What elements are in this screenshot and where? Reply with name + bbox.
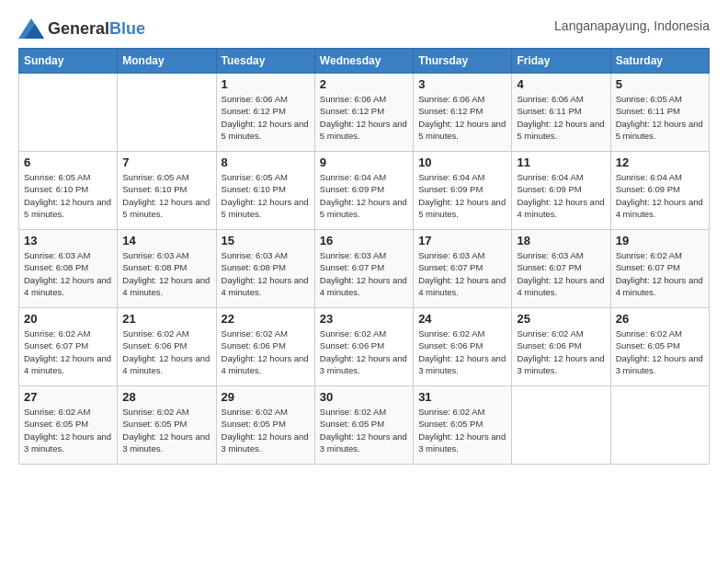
calendar-cell: 20Sunrise: 6:02 AM Sunset: 6:07 PM Dayli… (19, 308, 118, 386)
day-info: Sunrise: 6:02 AM Sunset: 6:05 PM Dayligh… (122, 406, 210, 454)
calendar-cell: 8Sunrise: 6:05 AM Sunset: 6:10 PM Daylig… (216, 152, 314, 230)
day-number: 7 (122, 155, 210, 169)
calendar-cell: 14Sunrise: 6:03 AM Sunset: 6:08 PM Dayli… (118, 230, 216, 308)
calendar-cell: 4Sunrise: 6:06 AM Sunset: 6:11 PM Daylig… (512, 74, 610, 152)
calendar-table: Sunday Monday Tuesday Wednesday Thursday… (18, 48, 710, 465)
day-info: Sunrise: 6:02 AM Sunset: 6:06 PM Dayligh… (222, 327, 310, 376)
calendar-cell (19, 74, 118, 152)
day-number: 3 (418, 77, 506, 91)
day-info: Sunrise: 6:02 AM Sunset: 6:06 PM Dayligh… (418, 327, 506, 376)
calendar-cell: 22Sunrise: 6:02 AM Sunset: 6:06 PM Dayli… (216, 308, 314, 386)
day-info: Sunrise: 6:05 AM Sunset: 6:10 PM Dayligh… (122, 171, 210, 220)
day-info: Sunrise: 6:04 AM Sunset: 6:09 PM Dayligh… (320, 171, 408, 220)
day-info: Sunrise: 6:05 AM Sunset: 6:10 PM Dayligh… (24, 171, 112, 220)
day-number: 30 (320, 390, 408, 404)
day-number: 22 (222, 312, 310, 326)
day-info: Sunrise: 6:02 AM Sunset: 6:06 PM Dayligh… (517, 327, 605, 376)
calendar-cell: 24Sunrise: 6:02 AM Sunset: 6:06 PM Dayli… (414, 308, 512, 386)
day-info: Sunrise: 6:02 AM Sunset: 6:06 PM Dayligh… (320, 327, 408, 376)
day-info: Sunrise: 6:05 AM Sunset: 6:10 PM Dayligh… (222, 171, 310, 220)
day-number: 2 (320, 77, 408, 91)
day-info: Sunrise: 6:03 AM Sunset: 6:08 PM Dayligh… (24, 249, 112, 298)
calendar-cell: 30Sunrise: 6:02 AM Sunset: 6:05 PM Dayli… (314, 386, 413, 465)
day-info: Sunrise: 6:03 AM Sunset: 6:08 PM Dayligh… (222, 249, 310, 298)
day-number: 12 (616, 155, 704, 169)
col-thursday: Thursday (414, 49, 512, 74)
calendar-cell: 27Sunrise: 6:02 AM Sunset: 6:05 PM Dayli… (19, 386, 118, 465)
day-number: 28 (122, 390, 210, 404)
day-info: Sunrise: 6:04 AM Sunset: 6:09 PM Dayligh… (616, 171, 704, 220)
calendar-cell (512, 386, 610, 465)
calendar-cell (610, 386, 709, 465)
calendar-cell (118, 74, 216, 152)
logo-icon (18, 18, 44, 39)
day-number: 20 (24, 312, 112, 326)
day-number: 14 (122, 234, 210, 247)
logo-general-text: General (48, 19, 109, 38)
day-info: Sunrise: 6:03 AM Sunset: 6:07 PM Dayligh… (517, 249, 605, 298)
day-number: 17 (418, 234, 506, 247)
day-info: Sunrise: 6:05 AM Sunset: 6:11 PM Dayligh… (616, 93, 704, 142)
calendar-cell: 12Sunrise: 6:04 AM Sunset: 6:09 PM Dayli… (610, 152, 709, 230)
day-number: 16 (320, 234, 408, 247)
calendar-cell: 9Sunrise: 6:04 AM Sunset: 6:09 PM Daylig… (314, 152, 413, 230)
day-number: 10 (418, 155, 506, 169)
day-info: Sunrise: 6:02 AM Sunset: 6:05 PM Dayligh… (222, 406, 310, 454)
day-number: 26 (616, 312, 704, 326)
day-number: 5 (616, 77, 704, 91)
day-number: 19 (616, 234, 704, 247)
day-info: Sunrise: 6:02 AM Sunset: 6:06 PM Dayligh… (122, 327, 210, 376)
day-info: Sunrise: 6:02 AM Sunset: 6:05 PM Dayligh… (616, 327, 704, 376)
calendar-cell: 7Sunrise: 6:05 AM Sunset: 6:10 PM Daylig… (118, 152, 216, 230)
day-info: Sunrise: 6:06 AM Sunset: 6:11 PM Dayligh… (517, 93, 605, 142)
day-info: Sunrise: 6:03 AM Sunset: 6:07 PM Dayligh… (320, 249, 408, 298)
day-info: Sunrise: 6:03 AM Sunset: 6:07 PM Dayligh… (418, 249, 506, 298)
day-number: 1 (222, 77, 310, 91)
day-number: 23 (320, 312, 408, 326)
col-monday: Monday (118, 49, 216, 74)
day-info: Sunrise: 6:04 AM Sunset: 6:09 PM Dayligh… (517, 171, 605, 220)
calendar-cell: 2Sunrise: 6:06 AM Sunset: 6:12 PM Daylig… (314, 74, 413, 152)
calendar-cell: 11Sunrise: 6:04 AM Sunset: 6:09 PM Dayli… (512, 152, 610, 230)
day-info: Sunrise: 6:02 AM Sunset: 6:07 PM Dayligh… (24, 327, 112, 376)
calendar-cell: 28Sunrise: 6:02 AM Sunset: 6:05 PM Dayli… (118, 386, 216, 465)
day-number: 29 (222, 390, 310, 404)
calendar-cell: 29Sunrise: 6:02 AM Sunset: 6:05 PM Dayli… (216, 386, 314, 465)
day-number: 18 (517, 234, 605, 247)
day-info: Sunrise: 6:02 AM Sunset: 6:07 PM Dayligh… (616, 249, 704, 298)
day-number: 8 (222, 155, 310, 169)
col-tuesday: Tuesday (216, 49, 314, 74)
day-info: Sunrise: 6:06 AM Sunset: 6:12 PM Dayligh… (222, 93, 310, 142)
calendar-cell: 6Sunrise: 6:05 AM Sunset: 6:10 PM Daylig… (19, 152, 118, 230)
calendar-cell: 5Sunrise: 6:05 AM Sunset: 6:11 PM Daylig… (610, 74, 709, 152)
day-number: 6 (24, 155, 112, 169)
day-number: 27 (24, 390, 112, 404)
day-info: Sunrise: 6:06 AM Sunset: 6:12 PM Dayligh… (320, 93, 408, 142)
calendar-cell: 18Sunrise: 6:03 AM Sunset: 6:07 PM Dayli… (512, 230, 610, 308)
calendar-cell: 13Sunrise: 6:03 AM Sunset: 6:08 PM Dayli… (19, 230, 118, 308)
calendar-cell: 15Sunrise: 6:03 AM Sunset: 6:08 PM Dayli… (216, 230, 314, 308)
day-info: Sunrise: 6:03 AM Sunset: 6:08 PM Dayligh… (122, 249, 210, 298)
day-number: 21 (122, 312, 210, 326)
day-number: 4 (517, 77, 605, 91)
col-wednesday: Wednesday (314, 49, 413, 74)
day-info: Sunrise: 6:02 AM Sunset: 6:05 PM Dayligh… (418, 406, 506, 454)
calendar-cell: 19Sunrise: 6:02 AM Sunset: 6:07 PM Dayli… (610, 230, 709, 308)
calendar-cell: 3Sunrise: 6:06 AM Sunset: 6:12 PM Daylig… (414, 74, 512, 152)
calendar-cell: 17Sunrise: 6:03 AM Sunset: 6:07 PM Dayli… (414, 230, 512, 308)
calendar-cell: 1Sunrise: 6:06 AM Sunset: 6:12 PM Daylig… (216, 74, 314, 152)
title-block: Langanapayung, Indonesia (554, 18, 710, 33)
calendar-cell: 10Sunrise: 6:04 AM Sunset: 6:09 PM Dayli… (414, 152, 512, 230)
day-number: 31 (418, 390, 506, 404)
calendar-cell: 21Sunrise: 6:02 AM Sunset: 6:06 PM Dayli… (118, 308, 216, 386)
day-info: Sunrise: 6:04 AM Sunset: 6:09 PM Dayligh… (418, 171, 506, 220)
day-number: 13 (24, 234, 112, 247)
day-info: Sunrise: 6:02 AM Sunset: 6:05 PM Dayligh… (320, 406, 408, 454)
calendar-cell: 26Sunrise: 6:02 AM Sunset: 6:05 PM Dayli… (610, 308, 709, 386)
col-saturday: Saturday (610, 49, 709, 74)
calendar-cell: 31Sunrise: 6:02 AM Sunset: 6:05 PM Dayli… (414, 386, 512, 465)
day-number: 24 (418, 312, 506, 326)
calendar-header-row: Sunday Monday Tuesday Wednesday Thursday… (19, 49, 710, 74)
calendar-cell: 16Sunrise: 6:03 AM Sunset: 6:07 PM Dayli… (314, 230, 413, 308)
day-number: 25 (517, 312, 605, 326)
